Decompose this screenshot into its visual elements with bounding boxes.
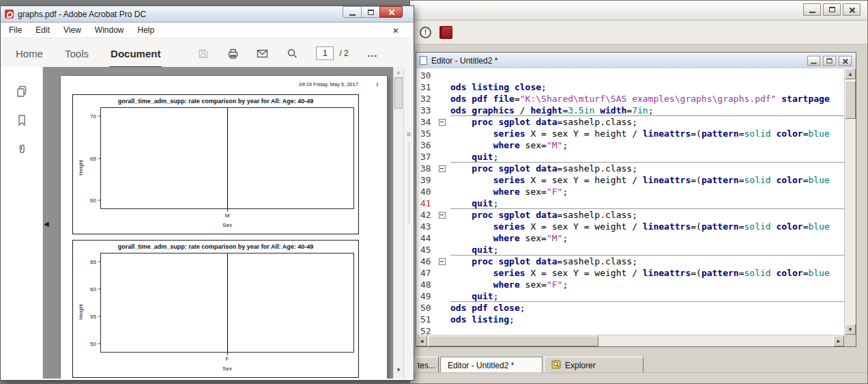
bookmarks-icon[interactable]: [15, 113, 29, 130]
code-line[interactable]: 36 where sex="M";: [416, 139, 844, 151]
document-area[interactable]: ◀ 09:19 Friday, May 5, 2017 1 gorall_tim…: [43, 67, 403, 379]
book-icon[interactable]: [439, 26, 452, 39]
horizontal-scroll-thumb[interactable]: [428, 335, 598, 346]
line-number: 30: [416, 70, 438, 81]
editor-vertical-scrollbar[interactable]: ▲ ▼: [844, 68, 856, 335]
fold-gutter: [438, 186, 448, 197]
code-area[interactable]: 3031ods listing close;32ods pdf file="K:…: [416, 68, 844, 335]
tab-tools[interactable]: Tools: [65, 38, 89, 68]
chart-series-line: [227, 108, 228, 208]
scroll-up-icon[interactable]: ▲: [845, 68, 856, 79]
chart-y-tick-mark: [98, 344, 101, 344]
save-icon[interactable]: [197, 47, 209, 59]
doc-scroll-down-icon[interactable]: ▼: [394, 365, 403, 374]
line-number: 41: [416, 197, 438, 209]
code-text: ods pdf close;: [448, 302, 844, 314]
code-line[interactable]: 30: [416, 70, 844, 81]
right-panel-handle[interactable]: ≡: [403, 67, 414, 379]
sas-titlebar[interactable]: [410, 1, 867, 20]
code-line[interactable]: 32ods pdf file="K:\Shared\mturf\SAS exam…: [416, 93, 844, 105]
code-line[interactable]: 48 where sex="F";: [416, 279, 844, 290]
line-number: 34: [416, 116, 438, 128]
code-line[interactable]: 37 quit;: [416, 151, 844, 163]
chart-x-tick-label: M: [100, 212, 354, 219]
tab-home[interactable]: Home: [16, 38, 43, 68]
editor-titlebar[interactable]: Editor - Untitled2 *: [416, 53, 856, 69]
fold-gutter: [438, 302, 448, 314]
fold-collapse-icon[interactable]: [438, 256, 448, 267]
editor-body: 3031ods listing close;32ods pdf file="K:…: [416, 68, 856, 346]
window-tab-1[interactable]: tes...: [414, 357, 439, 374]
info-icon[interactable]: !: [420, 27, 431, 38]
code-line[interactable]: 39 series X = sex Y = height / lineattrs…: [416, 174, 844, 186]
editor-maximize-button[interactable]: [823, 55, 836, 66]
code-line[interactable]: 50ods pdf close;: [416, 302, 844, 314]
menu-item-view[interactable]: View: [63, 25, 81, 35]
code-line[interactable]: 46 proc sgplot data=sashelp.class;: [416, 256, 844, 267]
chart-plot-area: 65605550: [100, 253, 354, 353]
vertical-scroll-thumb[interactable]: [845, 81, 856, 119]
code-line[interactable]: 44 where sex="M";: [416, 232, 844, 244]
editor-close-button[interactable]: [839, 55, 852, 66]
tab-document[interactable]: Document: [111, 38, 160, 68]
acrobat-menubar: FileEditViewWindowHelp: [1, 23, 414, 38]
close-icon: [849, 7, 855, 13]
code-line[interactable]: 42 proc sgplot data=sashelp.class;: [416, 209, 844, 221]
code-line[interactable]: 51ods listing;: [416, 314, 844, 325]
attachments-icon[interactable]: [15, 142, 29, 159]
doc-scroll-thumb[interactable]: [394, 77, 403, 109]
code-line[interactable]: 31ods listing close;: [416, 81, 844, 93]
menu-item-file[interactable]: File: [9, 25, 22, 35]
print-icon[interactable]: [227, 47, 239, 59]
code-line[interactable]: 35 series X = sex Y = height / lineattrs…: [416, 128, 844, 139]
code-text: series X = sex Y = weight / lineattrs=(p…: [448, 267, 844, 279]
code-line[interactable]: 47 series X = sex Y = weight / lineattrs…: [416, 267, 844, 279]
line-number: 49: [416, 290, 438, 302]
sas-close-button[interactable]: [843, 3, 860, 16]
fold-collapse-icon[interactable]: [438, 163, 448, 174]
code-line[interactable]: 41 quit;: [416, 197, 844, 209]
doc-scroll-up-icon[interactable]: ▲: [394, 67, 403, 77]
document-vertical-scrollbar[interactable]: ▲ ▼: [393, 67, 403, 379]
fold-collapse-icon[interactable]: [438, 116, 448, 128]
menu-item-edit[interactable]: Edit: [35, 25, 50, 35]
sas-maximize-button[interactable]: [823, 3, 841, 16]
menu-item-help[interactable]: Help: [138, 25, 155, 35]
code-line[interactable]: 33ods graphics / height=3.5in width=7in;: [416, 105, 844, 116]
menubar-close-icon[interactable]: [393, 28, 398, 33]
code-line[interactable]: 52: [416, 325, 844, 335]
window-tab-3[interactable]: Explorer: [544, 357, 643, 374]
code-line[interactable]: 45 quit;: [416, 244, 844, 256]
pdf-chart: gorall_time_adm_supp: rate comparison by…: [72, 240, 359, 378]
previous-page-arrow[interactable]: ◀: [44, 220, 49, 228]
acrobat-minimize-button[interactable]: [343, 6, 362, 18]
search-icon[interactable]: [286, 47, 298, 59]
code-line[interactable]: 38 proc sgplot data=sashelp.class;: [416, 163, 844, 174]
scroll-down-icon[interactable]: ▼: [845, 324, 856, 335]
email-icon[interactable]: [256, 47, 269, 59]
panel-grip-icon[interactable]: ≡: [404, 130, 414, 138]
editor-horizontal-scrollbar[interactable]: ◄ ►: [416, 335, 844, 346]
sas-minimize-button[interactable]: [803, 3, 821, 16]
scroll-left-icon[interactable]: ◄: [416, 335, 427, 346]
acrobat-nav-tabs: HomeToolsDocument: [16, 38, 182, 68]
code-line[interactable]: 49 quit;: [416, 290, 844, 302]
scroll-right-icon[interactable]: ►: [833, 335, 844, 346]
code-line[interactable]: 34 proc sgplot data=sashelp.class;: [416, 116, 844, 128]
window-tab-2[interactable]: Editor - Untitled2 *: [440, 357, 542, 374]
code-line[interactable]: 40 where sex="F";: [416, 186, 844, 197]
acrobat-titlebar[interactable]: graphs.pdf - Adobe Acrobat Pro DC: [1, 6, 414, 23]
page-number-field[interactable]: 1: [316, 46, 334, 60]
window-tab-label: Editor - Untitled2 *: [448, 361, 514, 370]
editor-minimize-button[interactable]: [807, 55, 820, 66]
menu-item-window[interactable]: Window: [95, 25, 124, 35]
code-line[interactable]: 43 series X = sex Y = weight / lineattrs…: [416, 221, 844, 232]
acrobat-close-button[interactable]: [379, 6, 403, 18]
code-text: proc sgplot data=sashelp.class;: [448, 209, 844, 221]
page-thumbnails-icon[interactable]: [15, 85, 29, 101]
chart-y-tick-label: 60: [90, 286, 96, 292]
pdf-page-header: 09:19 Friday, May 5, 2017 1: [299, 81, 379, 87]
toolbar-overflow-button[interactable]: ...: [368, 48, 378, 59]
acrobat-maximize-button[interactable]: [361, 6, 380, 18]
fold-collapse-icon[interactable]: [438, 209, 448, 221]
